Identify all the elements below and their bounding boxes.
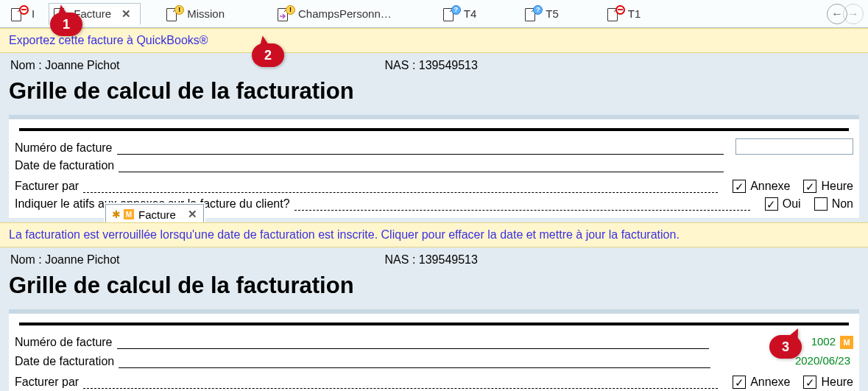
doc-q-icon [443, 7, 459, 21]
callout-1: 1 [50, 13, 82, 36]
close-icon[interactable]: ✕ [188, 208, 197, 221]
checkbox-annexe[interactable]: ✓Annexe [733, 376, 790, 389]
floating-tab-facture[interactable]: ✱ M Facture ✕ [105, 204, 204, 225]
underline [117, 140, 724, 155]
nom-value: Joanne Pichot [45, 59, 119, 72]
nas-value: 139549513 [419, 253, 478, 266]
doc-warn-icon [166, 7, 183, 21]
invoice-number-field[interactable] [735, 138, 853, 155]
callout-3: 3 [769, 335, 802, 359]
nom-label: Nom : [10, 59, 42, 72]
row-invoice-date: Date de facturation [15, 158, 853, 172]
row-invoice-number: Numéro de facture 1002 M [15, 333, 853, 349]
tab-label: T5 [546, 7, 559, 20]
billing-panel-1: Nom : Joanne Pichot NAS : 139549513 Gril… [0, 53, 868, 222]
billing-panel-2: Nom : Joanne Pichot NAS : 139549513 Gril… [0, 247, 868, 391]
doc-arrow-warn-icon [278, 7, 294, 21]
nav-forward-button[interactable]: → [843, 4, 864, 24]
label-facturer: Facturer par [15, 180, 83, 193]
dashed-line [83, 374, 718, 389]
export-quickbooks-banner[interactable]: Exportez cette facture à QuickBooks® [0, 28, 868, 53]
label-invoice-number: Numéro de facture [15, 336, 117, 349]
tab-i[interactable]: I [6, 3, 44, 25]
underline [119, 158, 724, 172]
checkbox-heure[interactable]: ✓Heure [803, 376, 853, 389]
m-badge-icon: M [124, 209, 134, 219]
checkbox-non[interactable]: Non [814, 197, 853, 211]
tab-label: T4 [464, 7, 477, 20]
underline [117, 334, 709, 349]
dashed-line [83, 178, 718, 193]
banner-text: La facturation est verrouillée lorsqu'un… [9, 228, 680, 241]
star-icon: ✱ [112, 208, 121, 220]
row-facturer: Facturer par ✓Annexe ✓Heure [15, 374, 853, 389]
nom-label: Nom : [10, 253, 42, 267]
tab-t4[interactable]: T4 [438, 3, 487, 25]
tab-bar: I Facture ✕ Mission ChampsPersonn… T4 [0, 0, 868, 28]
billing-sheet-2: Numéro de facture 1002 M Date de factura… [9, 309, 859, 391]
tab-t5[interactable]: T5 [520, 3, 568, 25]
close-icon[interactable]: ✕ [121, 7, 131, 21]
checkbox-annexe[interactable]: ✓Annexe [733, 180, 790, 193]
nas-label: NAS : [385, 253, 416, 266]
tab-label: Mission [187, 7, 225, 20]
tab-mission[interactable]: Mission [161, 3, 234, 25]
tab-label: T1 [628, 7, 641, 20]
billing-sheet-1: Numéro de facture Date de facturation Fa… [9, 115, 859, 218]
tab-label: I [32, 7, 35, 20]
doc-deny-icon [11, 7, 27, 21]
label-facturer: Facturer par [15, 376, 83, 389]
checkbox-heure[interactable]: ✓Heure [803, 180, 853, 193]
row-invoice-number: Numéro de facture [15, 138, 853, 155]
nas-label: NAS : [385, 59, 416, 71]
nav-back-forward: ← → [827, 4, 864, 24]
label-invoice-date: Date de facturation [15, 355, 119, 368]
page-title: Grille de calcul de la facturation [4, 75, 864, 115]
floating-tab-label: Facture [138, 208, 176, 221]
m-badge-icon: M [840, 336, 853, 349]
checkbox-oui[interactable]: ✓Oui [765, 197, 801, 211]
tab-t1[interactable]: T1 [602, 3, 651, 25]
doc-deny-icon [607, 7, 624, 21]
tab-label: ChampsPersonn… [298, 7, 392, 20]
row-invoice-date: Date de facturation 2020/06/23 [15, 352, 853, 368]
label-invoice-date: Date de facturation [15, 159, 119, 172]
client-meta: Nom : Joanne Pichot NAS : 139549513 [4, 252, 864, 270]
nas-value: 139549513 [419, 59, 478, 71]
callout-2: 2 [252, 43, 284, 67]
page-title: Grille de calcul de la facturation [4, 270, 864, 309]
doc-q-icon [525, 7, 541, 21]
client-meta: Nom : Joanne Pichot NAS : 139549513 [4, 57, 864, 75]
row-facturer: Facturer par ✓Annexe ✓Heure [15, 178, 853, 193]
dashed-line [294, 196, 750, 211]
locked-billing-banner[interactable]: La facturation est verrouillée lorsqu'un… [0, 222, 868, 247]
label-invoice-number: Numéro de facture [15, 141, 117, 155]
tab-champs[interactable]: ChampsPersonn… [272, 3, 401, 25]
banner-text: Exportez cette facture à QuickBooks® [9, 34, 208, 46]
underline [119, 353, 710, 368]
nom-value: Joanne Pichot [45, 253, 119, 267]
